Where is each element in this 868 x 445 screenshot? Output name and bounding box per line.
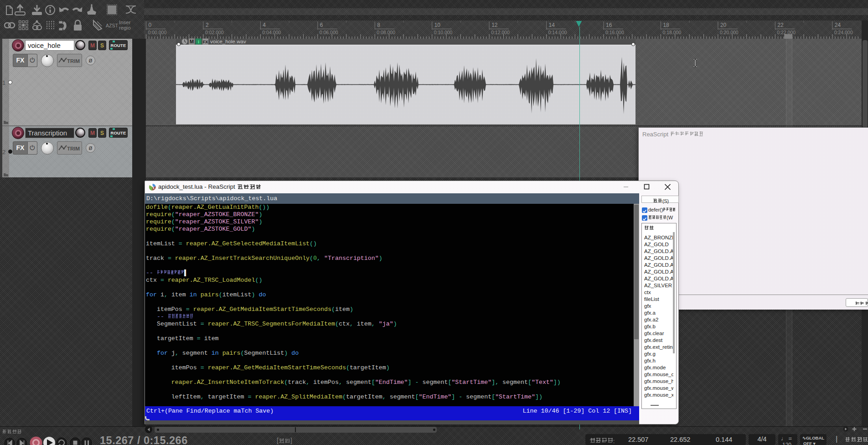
- svg-text:0:10.000: 0:10.000: [434, 30, 453, 35]
- svg-text:0:08.000: 0:08.000: [377, 30, 395, 35]
- svg-text:0:06.000: 0:06.000: [320, 30, 338, 35]
- svg-text:0:04.000: 0:04.000: [262, 30, 281, 35]
- svg-text:0:02.000: 0:02.000: [205, 30, 224, 35]
- svg-text:0:14.000: 0:14.000: [548, 30, 567, 35]
- svg-text:M: M: [190, 39, 194, 44]
- svg-text:10: 10: [434, 22, 441, 28]
- svg-text:24: 24: [835, 22, 841, 28]
- svg-text:16: 16: [606, 22, 612, 28]
- svg-text:0:24.000: 0:24.000: [834, 30, 853, 35]
- svg-text:6: 6: [320, 22, 323, 28]
- svg-text:0:16.000: 0:16.000: [605, 30, 624, 35]
- svg-text:20: 20: [720, 22, 727, 28]
- svg-text:i: i: [198, 39, 199, 44]
- svg-text:FX: FX: [203, 40, 208, 44]
- svg-text:2: 2: [206, 22, 209, 28]
- svg-text:TRIM: TRIM: [67, 58, 80, 64]
- svg-text:4: 4: [263, 22, 266, 28]
- svg-text:Inser: Inser: [119, 20, 131, 25]
- svg-text:18: 18: [663, 22, 669, 28]
- svg-text:22: 22: [777, 22, 784, 28]
- svg-text:0:18.000: 0:18.000: [662, 30, 681, 35]
- svg-text:12: 12: [491, 22, 498, 28]
- svg-text:14: 14: [549, 22, 555, 28]
- svg-text:8: 8: [377, 22, 380, 28]
- svg-text:0: 0: [148, 22, 151, 28]
- svg-text:TRIM: TRIM: [67, 146, 80, 151]
- svg-text:AZST: AZST: [106, 23, 118, 28]
- svg-text:0:12.000: 0:12.000: [491, 30, 510, 35]
- svg-text:regio: regio: [119, 25, 131, 31]
- svg-text:0:20.000: 0:20.000: [720, 30, 739, 35]
- svg-text:0:00.000: 0:00.000: [148, 30, 166, 35]
